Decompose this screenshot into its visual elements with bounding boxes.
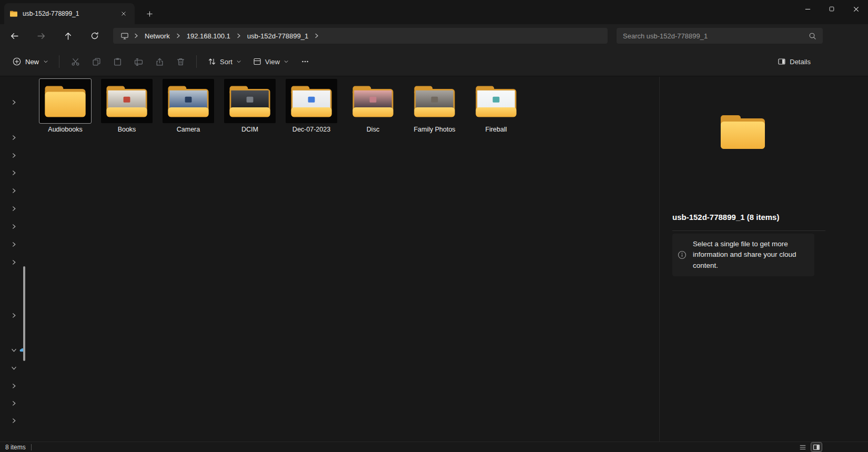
plus-circle-icon — [13, 57, 21, 66]
file-explorer-window: usb-152d-778899_1 — [0, 0, 868, 452]
folder-icon — [9, 10, 18, 17]
command-bar: New Sort — [0, 47, 868, 76]
breadcrumb-item[interactable]: usb-152d-778899_1 — [243, 31, 312, 42]
maximize-button[interactable] — [820, 0, 844, 18]
breadcrumb: Network192.168.100.1usb-152d-778899_1 — [140, 31, 321, 42]
item-count: 8 items — [5, 444, 26, 451]
breadcrumb-item[interactable]: Network — [140, 31, 174, 42]
tree-expand-chevron-icon[interactable] — [10, 223, 17, 230]
large-icons-view-toggle-icon[interactable] — [811, 443, 822, 451]
status-separator — [31, 444, 32, 450]
tree-expand-chevron-icon[interactable] — [10, 134, 17, 141]
folder-icon — [286, 79, 337, 123]
breadcrumb-chevron-icon[interactable] — [174, 33, 183, 39]
close-button[interactable] — [844, 0, 868, 18]
folder-item[interactable]: Dec-07-2023 — [286, 79, 337, 133]
tree-expand-chevron-icon[interactable] — [10, 312, 17, 319]
folder-icon — [347, 79, 399, 123]
up-button[interactable] — [60, 28, 76, 44]
tree-expand-chevron-icon[interactable] — [10, 399, 17, 407]
new-tab-button[interactable] — [143, 7, 156, 20]
tree-expand-chevron-icon[interactable] — [10, 187, 17, 194]
refresh-button[interactable] — [87, 28, 103, 44]
sort-button-label: Sort — [220, 58, 233, 66]
folder-icon — [409, 79, 460, 123]
view-button[interactable]: View — [247, 53, 295, 70]
details-button-label: Details — [790, 58, 811, 66]
cut-button[interactable] — [65, 52, 86, 71]
sidebar-scrollbar[interactable] — [23, 266, 25, 361]
tree-expand-chevron-icon[interactable] — [10, 152, 17, 159]
explorer-tab[interactable]: usb-152d-778899_1 — [4, 3, 135, 24]
folder-name-label: Camera — [177, 126, 200, 133]
navigation-pane — [0, 77, 32, 441]
tree-expand-chevron-icon[interactable] — [10, 382, 17, 389]
folder-name-label: Disc — [367, 126, 379, 133]
folder-item[interactable]: Camera — [163, 79, 214, 133]
tree-expand-chevron-icon[interactable] — [10, 98, 17, 106]
folder-name-label: DCIM — [241, 126, 258, 133]
folder-name-label: Fireball — [486, 126, 507, 133]
delete-button[interactable] — [170, 52, 191, 71]
folder-preview-icon — [718, 111, 768, 153]
folder-item[interactable]: Books — [101, 79, 153, 133]
folder-name-label: Audiobooks — [48, 126, 82, 133]
more-options-button[interactable] — [295, 52, 316, 71]
rename-button[interactable] — [128, 52, 149, 71]
details-info-card: Select a single file to get more informa… — [672, 234, 814, 276]
copy-button[interactable] — [86, 52, 107, 71]
search-input[interactable] — [623, 32, 809, 40]
status-bar: 8 items — [0, 441, 868, 452]
address-bar[interactable]: Network192.168.100.1usb-152d-778899_1 — [113, 28, 608, 44]
tree-collapse-chevron-icon[interactable] — [10, 364, 17, 371]
new-button[interactable]: New — [7, 54, 54, 69]
tree-expand-chevron-icon[interactable] — [10, 240, 17, 248]
chevron-down-icon — [236, 59, 241, 64]
view-icon — [253, 57, 261, 66]
navigation-bar: Network192.168.100.1usb-152d-778899_1 — [0, 24, 868, 47]
breadcrumb-chevron-icon[interactable] — [312, 33, 321, 39]
folder-item[interactable]: Fireball — [470, 79, 522, 133]
folder-name-label: Dec-07-2023 — [292, 126, 330, 133]
details-pane: usb-152d-778899_1 (8 items) Select a sin… — [659, 77, 868, 441]
back-button[interactable] — [6, 28, 22, 44]
breadcrumb-chevron-icon[interactable] — [132, 33, 140, 39]
paste-button[interactable] — [107, 52, 128, 71]
folder-name-label: Books — [118, 126, 136, 133]
sort-button[interactable]: Sort — [202, 53, 247, 70]
chevron-down-icon — [43, 59, 48, 64]
folder-icon — [163, 79, 214, 123]
new-button-label: New — [25, 58, 39, 66]
share-button[interactable] — [149, 52, 170, 71]
tree-expand-chevron-icon[interactable] — [10, 169, 17, 176]
details-view-toggle-icon[interactable] — [798, 443, 808, 451]
details-title: usb-152d-778899_1 (8 items) — [672, 213, 779, 222]
folder-item[interactable]: Disc — [347, 79, 399, 133]
folder-grid: AudiobooksBooksCameraDCIMDec-07-2023Disc… — [39, 79, 522, 133]
folder-icon — [101, 79, 153, 123]
folder-item[interactable]: DCIM — [224, 79, 276, 133]
toolbar-separator — [196, 55, 197, 68]
breadcrumb-item[interactable]: 192.168.100.1 — [183, 31, 235, 42]
details-info-text: Select a single file to get more informa… — [693, 239, 804, 271]
tree-collapse-chevron-icon[interactable] — [10, 346, 17, 354]
tab-close-icon[interactable] — [118, 8, 129, 19]
tree-expand-chevron-icon[interactable] — [10, 417, 17, 424]
window-controls — [795, 0, 868, 18]
chevron-down-icon — [284, 59, 289, 64]
tree-expand-chevron-icon[interactable] — [10, 205, 17, 212]
folder-name-label: Family Photos — [413, 126, 455, 133]
minimize-button[interactable] — [795, 0, 820, 18]
details-pane-button[interactable]: Details — [772, 53, 816, 70]
folder-item[interactable]: Audiobooks — [39, 79, 91, 133]
files-area[interactable]: AudiobooksBooksCameraDCIMDec-07-2023Disc… — [32, 77, 659, 441]
tree-expand-chevron-icon[interactable] — [10, 258, 17, 266]
tab-bar: usb-152d-778899_1 — [0, 0, 868, 24]
folder-item[interactable]: Family Photos — [409, 79, 460, 133]
search-box[interactable] — [617, 28, 823, 44]
breadcrumb-chevron-icon[interactable] — [235, 33, 243, 39]
this-pc-icon[interactable] — [117, 32, 132, 40]
forward-button[interactable] — [33, 28, 49, 44]
details-pane-icon — [778, 57, 786, 66]
search-icon[interactable] — [809, 32, 816, 40]
